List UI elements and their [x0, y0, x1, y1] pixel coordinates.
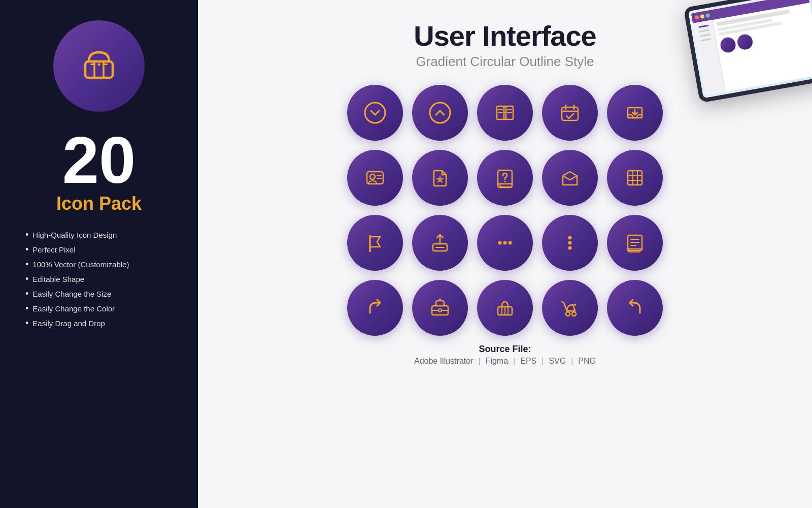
- source-divider-4: |: [571, 357, 573, 366]
- svg-rect-30: [628, 171, 642, 185]
- svg-point-60: [566, 312, 570, 316]
- svg-rect-5: [103, 64, 108, 65]
- icon-mailbox: [412, 280, 468, 336]
- feature-item-3: 100% Vector (Customizable): [25, 259, 183, 270]
- svg-line-62: [562, 302, 564, 303]
- source-figma: Figma: [486, 357, 508, 366]
- svg-point-6: [365, 103, 385, 123]
- svg-point-42: [509, 241, 512, 244]
- basket-icon: [76, 42, 122, 90]
- icon-more-vert: [542, 215, 598, 271]
- source-file-title: Source File:: [414, 344, 596, 355]
- feature-item-6: Easily Change the Color: [25, 303, 183, 314]
- icon-file-star: [412, 150, 468, 206]
- svg-point-53: [438, 309, 442, 312]
- icon-stroller: [542, 280, 598, 336]
- right-panel: User Interface Gradient Circular Outline…: [198, 0, 812, 508]
- tablet-mockup: [671, 0, 812, 110]
- svg-point-7: [430, 103, 450, 123]
- icon-grid: [347, 85, 663, 336]
- source-eps: EPS: [520, 357, 536, 366]
- svg-point-61: [572, 312, 576, 316]
- icon-share-arrow: [347, 280, 403, 336]
- source-divider-2: |: [513, 357, 515, 366]
- icon-pack-label: Icon Pack: [56, 193, 142, 214]
- page-title: User Interface: [414, 20, 596, 52]
- svg-point-40: [498, 241, 502, 244]
- feature-list: High-Quality Icon Design Perfect Pixel 1…: [15, 230, 183, 333]
- source-adobe: Adobe Illustrator: [414, 357, 473, 366]
- source-file-section: Source File: Adobe Illustrator | Figma |…: [414, 344, 596, 366]
- icon-undo-arrow: [607, 280, 663, 336]
- logo-circle: [53, 20, 145, 112]
- feature-item-1: High-Quality Icon Design: [25, 230, 183, 240]
- svg-point-3: [98, 64, 100, 66]
- svg-point-36: [369, 250, 371, 252]
- icon-inbox-download: [607, 85, 663, 141]
- icon-more-horiz: [477, 215, 533, 271]
- icon-upload-box: [412, 215, 468, 271]
- source-divider-3: |: [542, 357, 544, 366]
- feature-item-7: Easily Drag and Drop: [25, 318, 183, 329]
- svg-point-63: [574, 304, 576, 306]
- icon-chevron-down: [347, 85, 403, 141]
- icon-grid-table: [607, 150, 663, 206]
- icon-envelope-open: [542, 150, 598, 206]
- feature-item-2: Perfect Pixel: [25, 244, 183, 255]
- big-number: 20: [62, 127, 136, 193]
- source-png: PNG: [578, 357, 596, 366]
- icon-chevron-up: [412, 85, 468, 141]
- page-subtitle: Gradient Circular Outline Style: [414, 54, 596, 70]
- icon-profile-card: [347, 150, 403, 206]
- svg-rect-4: [90, 64, 95, 65]
- svg-marker-26: [437, 176, 443, 182]
- feature-item-4: Editable Shape: [25, 274, 183, 284]
- svg-point-44: [568, 241, 572, 244]
- page-title-section: User Interface Gradient Circular Outline…: [414, 20, 596, 70]
- tablet-body: [683, 0, 812, 103]
- icon-shopping-basket: [477, 280, 533, 336]
- svg-point-23: [370, 174, 375, 179]
- source-divider-1: |: [478, 357, 480, 366]
- svg-point-41: [503, 241, 507, 244]
- svg-point-29: [504, 180, 506, 182]
- source-file-list: Adobe Illustrator | Figma | EPS | SVG | …: [414, 357, 596, 366]
- icon-book: [477, 85, 533, 141]
- svg-point-45: [568, 246, 572, 249]
- feature-item-5: Easily Change the Size: [25, 289, 183, 299]
- source-svg: SVG: [549, 357, 566, 366]
- svg-rect-17: [562, 107, 578, 120]
- tablet-screen: [688, 0, 812, 99]
- left-panel: 20 Icon Pack High-Quality Icon Design Pe…: [0, 0, 198, 508]
- icon-help-book: [477, 150, 533, 206]
- svg-point-43: [568, 236, 572, 239]
- icon-list-notes: [607, 215, 663, 271]
- icon-calendar-check: [542, 85, 598, 141]
- icon-flag: [347, 215, 403, 271]
